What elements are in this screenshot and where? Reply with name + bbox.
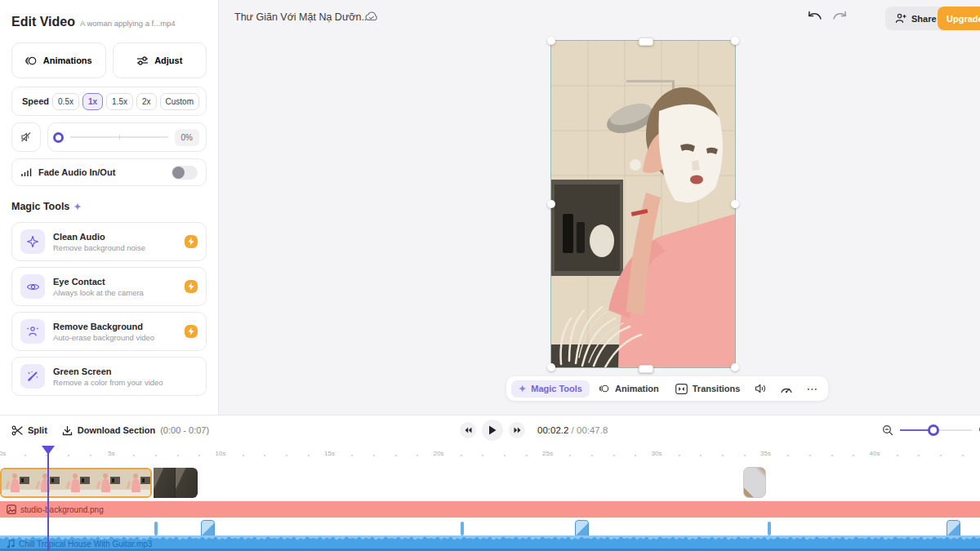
scissors-icon: [11, 425, 23, 436]
volume-icon[interactable]: [749, 380, 773, 398]
ruler-label: 5s: [108, 450, 114, 457]
person-icon: [20, 319, 45, 344]
animations-label: Animations: [43, 56, 92, 65]
fade-audio-toggle[interactable]: [172, 166, 198, 180]
playhead-line[interactable]: [47, 446, 49, 551]
premium-bolt-icon: [185, 325, 198, 338]
volume-slider-knob[interactable]: [53, 132, 64, 143]
speed-option-custom[interactable]: Custom: [160, 93, 199, 110]
ruler-tick: [635, 455, 636, 456]
timeline-toolbar: Split Download Section (0:00 - 0:07) 00: [0, 415, 980, 445]
selection-handle-bottom-center[interactable]: [639, 365, 653, 373]
transitions-icon: [675, 384, 688, 394]
ruler-tick: [198, 455, 200, 456]
skip-back-button[interactable]: [460, 422, 476, 438]
timeline-ruler[interactable]: 0s5s10s15s20s25s30s35s40s: [0, 445, 980, 463]
speed-option-1x[interactable]: 1x: [82, 93, 103, 110]
redo-icon[interactable]: [831, 11, 848, 24]
speed-option-05x[interactable]: 0.5x: [52, 93, 79, 110]
audio-track[interactable]: Chill Tropical House With Guitar.mp3: [0, 535, 980, 551]
zoom-out-icon[interactable]: [882, 424, 893, 436]
transitions-button[interactable]: Transitions: [668, 380, 748, 398]
timeline-marker-bar[interactable]: [154, 522, 158, 535]
timeline-panel: Split Download Section (0:00 - 0:07) 00: [0, 415, 980, 551]
tool-eye-contact[interactable]: Eye Contact Always look at the camera: [11, 267, 207, 306]
selection-handle-mid-left[interactable]: [547, 200, 555, 208]
ruler-label: 10s: [216, 450, 226, 457]
video-clip-3[interactable]: [743, 467, 766, 498]
ruler-tick: [177, 455, 179, 456]
animations-button[interactable]: Animations: [11, 42, 106, 78]
ruler-tick: [373, 455, 375, 456]
split-button[interactable]: Split: [11, 425, 47, 436]
upgrade-button[interactable]: Upgrade: [938, 7, 980, 30]
download-section-button[interactable]: Download Section (0:00 - 0:07): [62, 425, 209, 436]
undo-icon[interactable]: [807, 11, 823, 24]
tool-title: Green Screen: [53, 367, 198, 376]
video-clip-selected[interactable]: [0, 468, 152, 498]
tool-remove-background[interactable]: Remove Background Auto-erase background …: [11, 312, 207, 351]
ruler-tick: [504, 455, 506, 456]
ruler-tick: [416, 455, 418, 456]
ruler-tick: [918, 455, 920, 456]
timeline-marker-bar[interactable]: [461, 522, 464, 535]
magic-tools-button[interactable]: ✦ Magic Tools: [511, 380, 590, 398]
eye-icon: [20, 274, 45, 299]
animation-button[interactable]: Animation: [591, 380, 666, 398]
selection-handle-mid-right[interactable]: [731, 200, 739, 208]
skip-forward-button[interactable]: [509, 422, 525, 438]
speed-option-2x[interactable]: 2x: [136, 93, 157, 110]
time-display: 00:02.2 / 00:47.8: [537, 425, 608, 435]
tool-subtitle: Remove a color from your video: [53, 378, 198, 387]
timeline-marker-bar[interactable]: [768, 522, 771, 535]
more-options-button[interactable]: ⋯: [800, 382, 823, 395]
adjust-button[interactable]: Adjust: [113, 42, 207, 78]
ruler-tick: [68, 455, 69, 456]
volume-slider: 0%: [47, 122, 207, 152]
adjust-label: Adjust: [154, 56, 182, 65]
share-person-icon: [895, 13, 906, 24]
zoom-slider-knob[interactable]: [928, 424, 939, 436]
selection-handle-top-left[interactable]: [547, 37, 555, 45]
speed-option-15x[interactable]: 1.5x: [106, 93, 133, 110]
playhead-handle[interactable]: [42, 446, 55, 455]
magic-tools-heading: Magic Tools: [11, 201, 69, 212]
video-clip-2[interactable]: [154, 468, 198, 498]
animation-icon: [599, 383, 610, 394]
play-button[interactable]: [482, 420, 503, 441]
current-time: 00:02.2: [537, 425, 568, 435]
tool-subtitle: Auto-erase background video: [53, 333, 176, 342]
download-icon: [62, 425, 73, 436]
volume-value: 0%: [175, 129, 199, 146]
image-track-label: studio-background.png: [20, 505, 104, 514]
selection-handle-bottom-left[interactable]: [547, 363, 555, 371]
ruler-tick: [133, 455, 135, 456]
ruler-label: 40s: [870, 450, 880, 457]
download-range: (0:00 - 0:07): [160, 425, 209, 435]
volume-slider-track[interactable]: [70, 136, 168, 138]
zoom-slider-track[interactable]: [900, 429, 972, 431]
ruler-tick: [722, 455, 724, 456]
ruler-label: 25s: [542, 450, 553, 457]
clip-thumbnail: [92, 469, 122, 496]
ruler-tick: [853, 455, 854, 456]
ruler-tick: [897, 455, 898, 456]
selection-handle-top-center[interactable]: [639, 38, 653, 46]
project-title[interactable]: Thư Giãn Với Mặt Nạ Dưỡn...: [234, 11, 370, 23]
tool-green-screen[interactable]: Green Screen Remove a color from your vi…: [11, 357, 207, 396]
ruler-tick: [940, 455, 942, 456]
tool-clean-audio[interactable]: Clean Audio Remove background noise: [11, 222, 207, 261]
selection-handle-top-right[interactable]: [731, 37, 739, 45]
mute-button[interactable]: [11, 122, 41, 152]
tool-subtitle: Remove background noise: [53, 243, 176, 252]
fade-audio-row: Fade Audio In/Out: [11, 158, 207, 186]
speed-gauge-icon[interactable]: [774, 380, 799, 398]
video-preview[interactable]: [551, 41, 735, 367]
magic-tools-label: Magic Tools: [531, 384, 582, 393]
clip-filename: A woman applying a f...mp4: [80, 19, 176, 28]
image-track[interactable]: studio-background.png: [0, 501, 980, 518]
ruler-tick: [286, 455, 287, 456]
ruler-tick: [526, 455, 528, 456]
audio-track-label-row: Chill Tropical House With Guitar.mp3: [7, 540, 152, 549]
selection-handle-bottom-right[interactable]: [731, 363, 739, 371]
